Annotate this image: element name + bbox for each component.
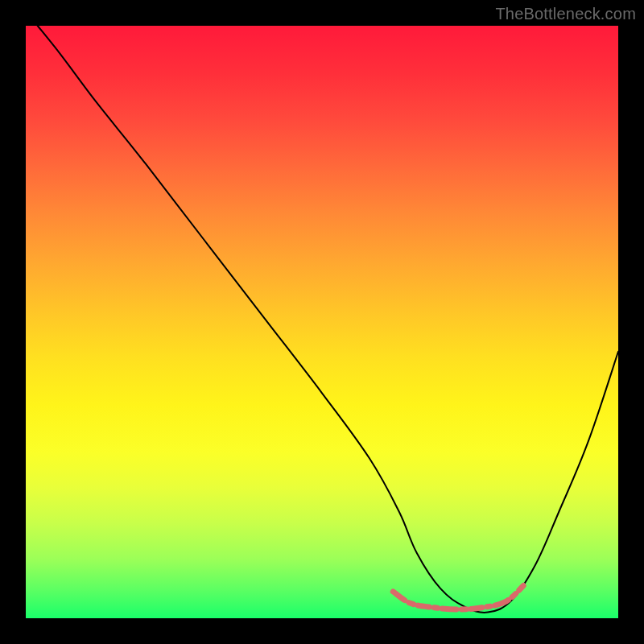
plot-area <box>26 26 618 618</box>
watermark-label: TheBottleneck.com <box>495 5 636 23</box>
chart-frame: TheBottleneck.com <box>0 0 644 644</box>
bottleneck-curve <box>38 26 618 613</box>
optimal-band <box>393 586 523 610</box>
curve-layer <box>26 26 618 618</box>
